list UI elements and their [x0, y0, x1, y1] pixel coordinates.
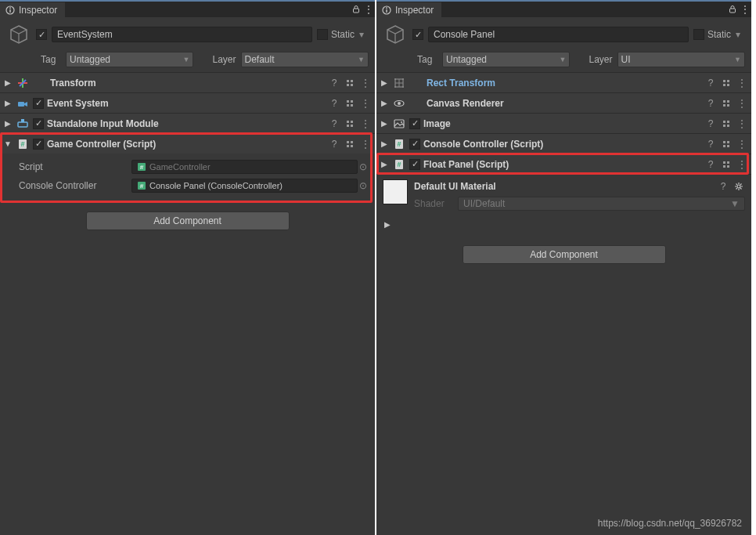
help-icon[interactable]: ?: [704, 158, 717, 171]
component-enabled-checkbox[interactable]: [33, 139, 44, 150]
component-transform[interactable]: ▶ Transform ? ⋮: [0, 72, 375, 92]
foldout-icon[interactable]: ▶: [3, 119, 13, 128]
component-gamecontroller[interactable]: ▼ # Game Controller (Script) ? ⋮: [0, 133, 375, 154]
help-icon[interactable]: ?: [704, 77, 717, 89]
help-icon[interactable]: ?: [328, 117, 340, 130]
svg-rect-9: [347, 100, 349, 103]
svg-point-66: [737, 185, 740, 188]
menu-icon[interactable]: ⋮: [359, 117, 372, 130]
preset-icon[interactable]: [720, 158, 733, 171]
menu-icon[interactable]: ⋮: [739, 3, 751, 16]
tag-value: Untagged: [446, 54, 487, 65]
static-dropdown-icon[interactable]: ▾: [359, 29, 369, 40]
component-enabled-checkbox[interactable]: [33, 118, 44, 129]
foldout-icon[interactable]: ▶: [380, 119, 389, 128]
help-icon[interactable]: ?: [328, 138, 340, 150]
add-component-button[interactable]: Add Component: [463, 245, 666, 264]
static-dropdown-icon[interactable]: ▾: [736, 29, 745, 40]
menu-icon[interactable]: ⋮: [359, 138, 372, 150]
component-properties: Script # GameController ⊙ Console Contro…: [0, 154, 375, 202]
gear-icon[interactable]: [733, 180, 745, 193]
inspector-panel-left: Inspector ⋮ Static ▾ Tag Untagged ▼: [0, 0, 376, 535]
help-icon[interactable]: ?: [328, 77, 340, 89]
svg-rect-51: [727, 121, 729, 123]
layer-dropdown[interactable]: UI ▼: [617, 52, 745, 67]
gameobject-icon[interactable]: [383, 22, 408, 47]
menu-icon[interactable]: ⋮: [362, 3, 375, 16]
component-enabled-checkbox[interactable]: [33, 98, 44, 109]
layer-value: UI: [621, 54, 631, 65]
foldout-icon[interactable]: ▶: [380, 139, 389, 148]
menu-icon[interactable]: ⋮: [736, 77, 748, 89]
object-name-input[interactable]: [428, 27, 689, 42]
menu-icon[interactable]: ⋮: [736, 117, 748, 130]
preset-icon[interactable]: [344, 97, 356, 110]
menu-icon[interactable]: ⋮: [736, 158, 748, 171]
menu-icon[interactable]: ⋮: [359, 77, 372, 89]
svg-rect-32: [730, 9, 736, 13]
preset-icon[interactable]: [720, 117, 733, 130]
foldout-icon[interactable]: ▶: [383, 220, 392, 229]
preset-icon[interactable]: [344, 138, 356, 150]
foldout-icon[interactable]: ▶: [380, 160, 389, 168]
component-recttransform[interactable]: ▶ Rect Transform ? ⋮: [376, 72, 751, 92]
lock-icon[interactable]: [726, 3, 739, 16]
component-inputmodule[interactable]: ▶ Standalone Input Module ? ⋮: [0, 113, 375, 133]
svg-rect-39: [727, 80, 729, 82]
foldout-icon[interactable]: ▶: [380, 99, 389, 107]
svg-rect-45: [727, 100, 729, 103]
object-header: Static ▾ Tag Untagged ▼ Layer UI ▼: [376, 17, 751, 72]
component-consolecontroller[interactable]: ▶ # Console Controller (Script) ? ⋮: [376, 133, 751, 154]
tab-label: Inspector: [19, 5, 57, 16]
component-enabled-checkbox[interactable]: [409, 139, 420, 150]
preset-icon[interactable]: [720, 77, 733, 89]
layer-label: Layer: [589, 54, 612, 65]
tag-dropdown[interactable]: Untagged ▼: [442, 52, 570, 67]
layer-dropdown[interactable]: Default ▼: [241, 52, 369, 67]
svg-rect-11: [347, 104, 349, 107]
object-picker-icon[interactable]: ⊙: [358, 180, 369, 191]
foldout-icon[interactable]: ▶: [3, 78, 13, 87]
object-name-input[interactable]: [52, 27, 312, 42]
menu-icon[interactable]: ⋮: [736, 138, 748, 150]
help-icon[interactable]: ?: [704, 117, 717, 130]
component-canvasrenderer[interactable]: ▶ Canvas Renderer ? ⋮: [376, 92, 751, 113]
material-preview[interactable]: [383, 179, 408, 204]
object-picker-icon[interactable]: ⊙: [358, 161, 369, 172]
component-enabled-checkbox[interactable]: [409, 118, 420, 129]
tag-dropdown[interactable]: Untagged ▼: [66, 52, 193, 67]
svg-rect-21: [347, 141, 349, 143]
preset-icon[interactable]: [720, 97, 733, 110]
preset-icon[interactable]: [720, 138, 733, 150]
help-icon[interactable]: ?: [328, 97, 340, 110]
inspector-tab[interactable]: Inspector: [376, 2, 441, 18]
menu-icon[interactable]: ⋮: [736, 97, 748, 110]
help-icon[interactable]: ?: [704, 97, 717, 110]
preset-icon[interactable]: [344, 77, 356, 89]
component-eventsystem[interactable]: ▶ Event System ? ⋮: [0, 92, 375, 113]
foldout-icon[interactable]: ▶: [380, 78, 389, 87]
foldout-icon[interactable]: ▼: [3, 139, 13, 148]
gameobject-icon[interactable]: [6, 22, 31, 47]
menu-icon[interactable]: ⋮: [359, 97, 372, 110]
svg-rect-22: [351, 141, 353, 143]
component-floatpanel[interactable]: ▶ # Float Panel (Script) ? ⋮: [376, 154, 751, 174]
add-component-button[interactable]: Add Component: [86, 211, 290, 230]
preset-icon[interactable]: [344, 117, 356, 130]
objectref-field[interactable]: # Console Panel (ConsoleController): [131, 179, 358, 193]
prop-label-script: Script: [6, 161, 131, 172]
svg-text:#: #: [397, 161, 401, 168]
component-image[interactable]: ▶ Image ? ⋮: [376, 113, 751, 133]
foldout-icon[interactable]: ▶: [3, 99, 13, 107]
static-checkbox[interactable]: [317, 29, 328, 40]
inspector-tab[interactable]: Inspector: [0, 2, 65, 18]
static-checkbox[interactable]: [693, 29, 704, 40]
shader-dropdown[interactable]: UI/Default ▼: [458, 197, 745, 211]
component-enabled-checkbox[interactable]: [409, 159, 420, 170]
help-icon[interactable]: ?: [704, 138, 717, 150]
active-checkbox[interactable]: [412, 29, 423, 40]
help-icon[interactable]: ?: [717, 180, 729, 193]
active-checkbox[interactable]: [36, 29, 47, 40]
component-title: Transform: [50, 78, 328, 89]
lock-icon[interactable]: [350, 3, 362, 16]
